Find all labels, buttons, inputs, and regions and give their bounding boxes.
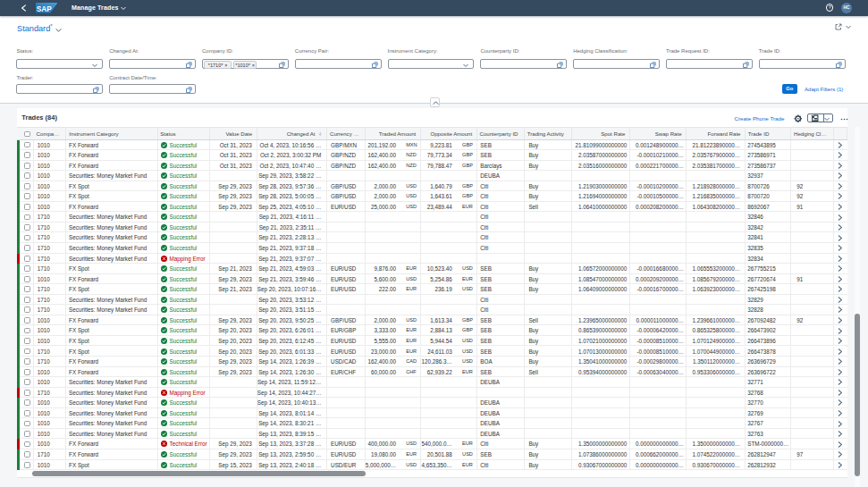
svg-text:SAP: SAP (36, 4, 51, 13)
